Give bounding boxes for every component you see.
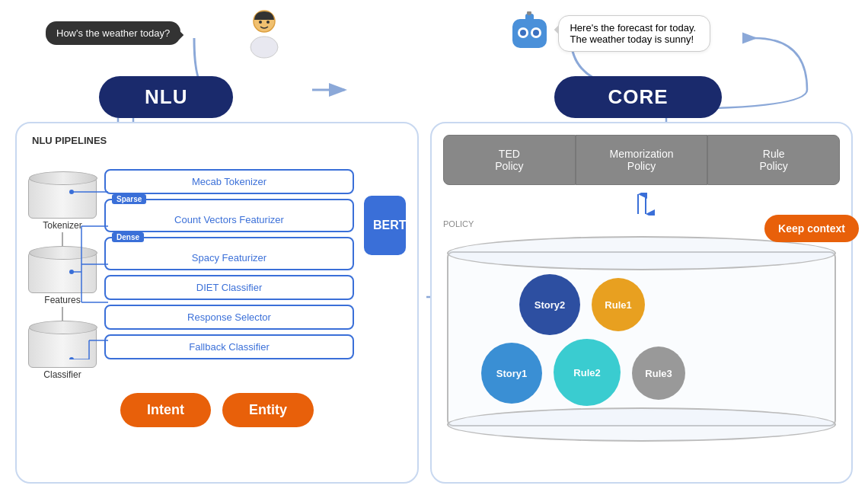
story2-circle: Story2	[519, 274, 580, 335]
nlu-panel: NLU PIPELINES Tokenizer Fe	[15, 122, 419, 484]
ted-policy-box: TEDPolicy	[443, 135, 576, 185]
user-avatar	[244, 8, 286, 64]
diet-classifier-box: DIET Classifier	[104, 275, 354, 300]
classifier-cylinder	[28, 326, 97, 368]
policy-cylinder-section: POLICY Story2	[443, 219, 840, 446]
tokenizer-cylinder	[28, 177, 97, 219]
user-bubble-text: How's the weather today?	[56, 27, 170, 39]
rule3-label: Rule3	[645, 368, 672, 379]
pipeline-boxes-col: Mecab Tokenizer Sparse Count Vectors Fea…	[104, 169, 354, 359]
memorization-policy-label: MemorizationPolicy	[609, 148, 673, 172]
response-selector-box: Response Selector	[104, 305, 354, 330]
rule2-label: Rule2	[573, 367, 600, 378]
pipeline-section: Mecab Tokenizer Sparse Count Vectors Fea…	[104, 154, 406, 359]
mecab-tokenizer-box: Mecab Tokenizer	[104, 169, 354, 194]
classifier-cylinder-item: Classifier	[28, 318, 97, 380]
rule2-circle: Rule2	[554, 339, 621, 406]
memorization-policy-box: MemorizationPolicy	[576, 135, 708, 185]
svg-point-8	[533, 30, 539, 36]
output-buttons: Intent Entity	[28, 393, 406, 427]
svg-point-3	[266, 21, 270, 24]
cylinder-bottom	[447, 407, 836, 442]
tokenizer-cylinder-item: Tokenizer	[28, 161, 97, 231]
response-selector-label: Response Selector	[187, 311, 271, 323]
keep-context-badge: Keep context	[764, 215, 859, 242]
top-row: How's the weather today?	[0, 0, 868, 118]
tokenizer-label: Tokenizer	[43, 220, 81, 231]
core-label: CORE	[608, 85, 668, 108]
fallback-label: Fallback Classifier	[189, 341, 269, 353]
core-pill: CORE	[554, 76, 721, 118]
diet-label: DIET Classifier	[196, 282, 262, 293]
rule1-circle: Rule1	[592, 278, 645, 331]
count-vectors-label: Count Vectors Featurizer	[174, 214, 284, 225]
intent-button[interactable]: Intent	[120, 393, 211, 427]
classifier-label: Classifier	[43, 369, 81, 380]
right-section: Here's the forecast for today. The weath…	[509, 8, 845, 126]
story2-label: Story2	[535, 299, 565, 311]
count-vectors-box: Sparse Count Vectors Featurizer	[104, 199, 354, 232]
rule3-circle: Rule3	[632, 346, 685, 400]
fallback-classifier-box: Fallback Classifier	[104, 334, 354, 359]
svg-point-7	[520, 30, 526, 36]
nlu-pill: NLU	[99, 76, 233, 118]
ted-policy-label: TEDPolicy	[495, 148, 523, 172]
svg-point-1	[251, 37, 278, 58]
story1-circle: Story1	[481, 343, 542, 404]
features-cylinder	[28, 251, 97, 293]
features-label: Features	[44, 295, 80, 305]
svg-rect-4	[512, 19, 547, 48]
bot-avatar	[509, 11, 550, 56]
svg-point-2	[259, 21, 262, 24]
rule-policy-box: RulePolicy	[707, 135, 840, 185]
features-cylinder-item: Features	[28, 244, 97, 305]
policy-arrows	[443, 193, 840, 216]
bottom-row: NLU PIPELINES Tokenizer Fe	[0, 122, 868, 495]
dense-badge: Dense	[112, 232, 144, 242]
spacy-label: Spacy Featurizer	[192, 252, 266, 263]
keep-context-label: Keep context	[778, 222, 845, 235]
bert-label: BERT	[373, 219, 407, 232]
spacy-featurizer-box: Dense Spacy Featurizer	[104, 237, 354, 270]
nlu-content: Tokenizer Features Classifier	[28, 154, 406, 384]
cylinder-stack: Tokenizer Features Classifier	[28, 161, 97, 384]
story1-label: Story1	[496, 368, 527, 379]
rule-policy-label: RulePolicy	[760, 148, 788, 172]
policy-boxes: TEDPolicy MemorizationPolicy RulePolicy	[443, 135, 840, 185]
policy-cylinder: Story2 Rule1 Story1 Rule2	[443, 232, 840, 446]
core-panel: TEDPolicy MemorizationPolicy RulePolicy	[430, 122, 853, 484]
main-container: How's the weather today?	[0, 0, 868, 495]
nlu-label: NLU	[145, 85, 187, 108]
bert-box: BERT	[364, 196, 406, 255]
pipeline-bert-row: Mecab Tokenizer Sparse Count Vectors Fea…	[104, 169, 406, 359]
rule1-label: Rule1	[605, 299, 631, 311]
bot-bubble-text: Here's the forecast for today. The weath…	[570, 22, 696, 45]
left-section: How's the weather today?	[23, 8, 394, 126]
user-speech-bubble: How's the weather today?	[46, 21, 180, 45]
entity-button[interactable]: Entity	[222, 393, 314, 427]
nlu-pipelines-label: NLU PIPELINES	[28, 135, 406, 146]
mecab-label: Mecab Tokenizer	[192, 176, 266, 187]
sparse-badge: Sparse	[112, 194, 146, 204]
bot-speech-bubble: Here's the forecast for today. The weath…	[558, 15, 710, 52]
